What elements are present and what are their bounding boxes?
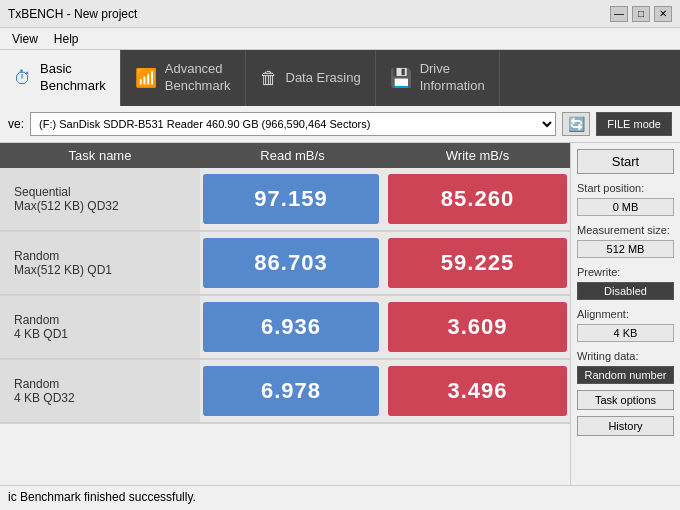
titlebar: TxBENCH - New project — □ ✕ (0, 0, 680, 28)
tab-erasing-label: Data Erasing (286, 70, 361, 87)
read-value-4: 6.978 (261, 378, 321, 404)
start-position-value: 0 MB (577, 198, 674, 216)
tab-basic-benchmark[interactable]: ⏱ BasicBenchmark (0, 50, 121, 106)
start-button[interactable]: Start (577, 149, 674, 174)
menu-view[interactable]: View (4, 30, 46, 48)
tab-advanced-label: AdvancedBenchmark (165, 61, 231, 95)
app-title: TxBENCH - New project (8, 7, 137, 21)
drive-row: ve: (F:) SanDisk SDDR-B531 Reader 460.90… (0, 106, 680, 143)
tab-advanced-benchmark[interactable]: 📶 AdvancedBenchmark (121, 50, 246, 106)
row-label-1: SequentialMax(512 KB) QD32 (0, 168, 200, 230)
measurement-size-value: 512 MB (577, 240, 674, 258)
read-value-1: 97.159 (254, 186, 327, 212)
table-row: RandomMax(512 KB) QD1 86.703 59.225 (0, 232, 570, 296)
col-task: Task name (0, 148, 200, 163)
write-cell-2: 59.225 (388, 238, 567, 288)
read-cell-4: 6.978 (203, 366, 379, 416)
drive-select[interactable]: (F:) SanDisk SDDR-B531 Reader 460.90 GB … (30, 112, 556, 136)
write-value-3: 3.609 (447, 314, 507, 340)
write-cell-4: 3.496 (388, 366, 567, 416)
erasing-icon: 🗑 (260, 68, 278, 89)
maximize-button[interactable]: □ (632, 6, 650, 22)
read-value-2: 86.703 (254, 250, 327, 276)
window-controls: — □ ✕ (610, 6, 672, 22)
tab-data-erasing[interactable]: 🗑 Data Erasing (246, 50, 376, 106)
menubar: View Help (0, 28, 680, 50)
start-position-label: Start position: (577, 182, 674, 194)
statusbar: ic Benchmark finished successfully. (0, 485, 680, 510)
writing-data-value: Random number (577, 366, 674, 384)
row-label-3: Random4 KB QD1 (0, 296, 200, 358)
right-panel: Start Start position: 0 MB Measurement s… (570, 143, 680, 485)
main-content: Task name Read mB/s Write mB/s Sequentia… (0, 143, 680, 485)
col-write: Write mB/s (385, 148, 570, 163)
read-cell-3: 6.936 (203, 302, 379, 352)
row-label-2: RandomMax(512 KB) QD1 (0, 232, 200, 294)
prewrite-label: Prewrite: (577, 266, 674, 278)
results-table: Task name Read mB/s Write mB/s Sequentia… (0, 143, 570, 485)
read-cell-1: 97.159 (203, 174, 379, 224)
table-row: Random4 KB QD1 6.936 3.609 (0, 296, 570, 360)
drive-label: ve: (8, 117, 24, 131)
measurement-size-label: Measurement size: (577, 224, 674, 236)
tab-bar: ⏱ BasicBenchmark 📶 AdvancedBenchmark 🗑 D… (0, 50, 680, 106)
write-value-4: 3.496 (447, 378, 507, 404)
alignment-label: Alignment: (577, 308, 674, 320)
write-cell-1: 85.260 (388, 174, 567, 224)
tab-drive-information[interactable]: 💾 DriveInformation (376, 50, 500, 106)
write-cell-3: 3.609 (388, 302, 567, 352)
write-value-2: 59.225 (441, 250, 514, 276)
alignment-value: 4 KB (577, 324, 674, 342)
table-header: Task name Read mB/s Write mB/s (0, 143, 570, 168)
status-text: ic Benchmark finished successfully. (8, 490, 196, 504)
drive-icon: 💾 (390, 67, 412, 89)
write-value-1: 85.260 (441, 186, 514, 212)
read-value-3: 6.936 (261, 314, 321, 340)
col-read: Read mB/s (200, 148, 385, 163)
table-row: Random4 KB QD32 6.978 3.496 (0, 360, 570, 424)
clock-icon: ⏱ (14, 68, 32, 89)
history-button[interactable]: History (577, 416, 674, 436)
writing-data-label: Writing data: (577, 350, 674, 362)
menu-help[interactable]: Help (46, 30, 87, 48)
task-options-button[interactable]: Task options (577, 390, 674, 410)
tab-basic-label: BasicBenchmark (40, 61, 106, 95)
minimize-button[interactable]: — (610, 6, 628, 22)
bar-chart-icon: 📶 (135, 67, 157, 89)
read-cell-2: 86.703 (203, 238, 379, 288)
row-label-4: Random4 KB QD32 (0, 360, 200, 422)
close-button[interactable]: ✕ (654, 6, 672, 22)
tab-drive-label: DriveInformation (420, 61, 485, 95)
file-mode-button[interactable]: FILE mode (596, 112, 672, 136)
prewrite-value: Disabled (577, 282, 674, 300)
drive-refresh-button[interactable]: 🔄 (562, 112, 590, 136)
table-row: SequentialMax(512 KB) QD32 97.159 85.260 (0, 168, 570, 232)
